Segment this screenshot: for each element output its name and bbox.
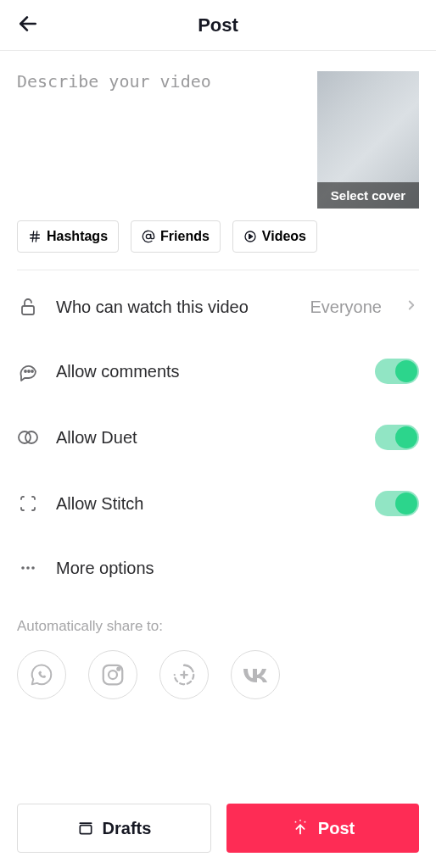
duet-icon	[17, 426, 39, 448]
compose-area: Select cover	[0, 51, 436, 220]
cover-label: Select cover	[317, 182, 419, 209]
back-button[interactable]	[17, 13, 39, 38]
post-label: Post	[318, 819, 355, 838]
header: Post	[0, 0, 436, 51]
whatsapp-icon	[29, 662, 54, 687]
more-options-label: More options	[56, 559, 419, 578]
svg-rect-22	[80, 826, 91, 834]
comments-row: Allow comments	[17, 338, 419, 404]
svg-point-15	[26, 566, 30, 570]
hashtags-chip[interactable]: Hashtags	[17, 220, 119, 253]
dots-icon	[17, 557, 39, 579]
stitch-row: Allow Stitch	[17, 470, 419, 537]
svg-point-11	[31, 370, 33, 372]
cover-thumbnail[interactable]: Select cover	[317, 71, 419, 209]
stories-plus-icon	[171, 662, 197, 687]
share-instagram-button[interactable]	[88, 650, 137, 699]
share-section: Automatically share to:	[0, 599, 436, 699]
comment-icon	[17, 360, 39, 382]
share-vk-button[interactable]	[231, 650, 280, 699]
stitch-toggle[interactable]	[375, 491, 419, 516]
page-title: Post	[198, 14, 238, 36]
bottom-bar: Drafts Post	[17, 804, 419, 853]
drafts-label: Drafts	[103, 819, 152, 838]
hashtag-icon	[28, 230, 42, 243]
hashtags-label: Hashtags	[47, 229, 108, 244]
stitch-icon	[17, 492, 39, 515]
settings-list: Who can watch this video Everyone Allow …	[0, 270, 436, 599]
more-options-row[interactable]: More options	[17, 537, 419, 599]
play-circle-icon	[243, 230, 257, 243]
chevron-right-icon	[404, 298, 419, 316]
svg-point-16	[31, 566, 35, 570]
videos-chip[interactable]: Videos	[232, 220, 317, 253]
comments-label: Allow comments	[56, 362, 358, 381]
svg-point-9	[25, 370, 26, 372]
post-button[interactable]: Post	[226, 804, 419, 853]
privacy-value: Everyone	[310, 298, 383, 317]
drafts-icon	[77, 820, 94, 837]
privacy-label: Who can watch this video	[56, 298, 293, 317]
comments-toggle[interactable]	[375, 359, 419, 384]
vk-icon	[241, 666, 270, 683]
svg-marker-7	[249, 234, 252, 238]
svg-point-18	[109, 670, 117, 679]
privacy-row[interactable]: Who can watch this video Everyone	[17, 275, 419, 338]
post-icon	[291, 819, 310, 837]
instagram-icon	[100, 662, 126, 687]
videos-label: Videos	[262, 229, 306, 244]
svg-point-19	[117, 668, 120, 670]
svg-point-10	[28, 370, 30, 372]
share-icons	[17, 650, 419, 699]
drafts-button[interactable]: Drafts	[17, 804, 211, 853]
lock-open-icon	[17, 296, 39, 318]
svg-point-14	[21, 566, 25, 570]
duet-label: Allow Duet	[56, 428, 358, 448]
svg-point-13	[25, 431, 37, 443]
svg-point-12	[19, 431, 31, 443]
svg-rect-8	[22, 306, 34, 314]
share-stories-button[interactable]	[159, 650, 209, 699]
chip-row: Hashtags Friends Videos	[0, 220, 436, 270]
svg-line-3	[32, 231, 33, 242]
stitch-label: Allow Stitch	[56, 494, 358, 514]
friends-label: Friends	[160, 229, 210, 244]
arrow-left-icon	[17, 13, 39, 35]
svg-point-5	[146, 234, 150, 238]
share-whatsapp-button[interactable]	[17, 650, 66, 699]
description-input[interactable]	[17, 71, 305, 190]
duet-toggle[interactable]	[375, 425, 419, 450]
at-icon	[142, 230, 155, 243]
duet-row: Allow Duet	[17, 404, 419, 470]
friends-chip[interactable]: Friends	[131, 220, 221, 253]
share-title: Automatically share to:	[17, 618, 419, 635]
svg-line-4	[36, 231, 36, 242]
